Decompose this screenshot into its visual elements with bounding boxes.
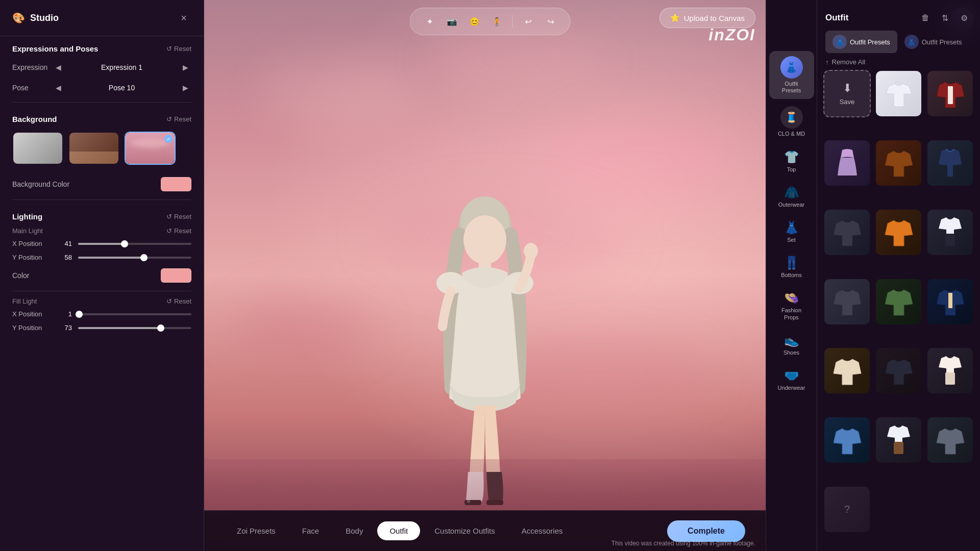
- background-color-row: Background Color: [0, 173, 204, 195]
- outfit-item-10-bg: [876, 279, 921, 324]
- svg-rect-13: [894, 442, 903, 454]
- svg-rect-11: [948, 293, 952, 308]
- camera-button[interactable]: 📷: [443, 12, 461, 31]
- outfit-item-18-bg: ?: [824, 487, 870, 532]
- tab-zoi-presets[interactable]: Zoi Presets: [225, 521, 288, 540]
- fill-x-slider[interactable]: [78, 313, 191, 315]
- transform-button[interactable]: ✦: [421, 12, 439, 31]
- outfit-item-3-bg: [824, 140, 870, 186]
- lighting-title: Lighting: [12, 212, 42, 221]
- category-shoes[interactable]: 👟 Shoes: [769, 328, 814, 361]
- outfit-item-1[interactable]: [875, 70, 922, 117]
- lighting-reset[interactable]: ↺ Reset: [166, 213, 191, 220]
- outfit-item-3[interactable]: [823, 139, 871, 187]
- pose-next[interactable]: ▶: [179, 82, 191, 94]
- outfit-item-15[interactable]: [823, 416, 871, 464]
- outfit-item-2[interactable]: [926, 70, 974, 117]
- fill-y-thumb[interactable]: [157, 324, 164, 332]
- undo-button[interactable]: ↩: [519, 12, 537, 31]
- expressions-poses-reset[interactable]: ↺ Reset: [166, 45, 191, 53]
- upload-to-canvas-button[interactable]: ⭐ Upload to Canvas: [659, 8, 755, 28]
- outfit-item-13[interactable]: [875, 347, 922, 394]
- outfit-item-6[interactable]: [823, 209, 871, 256]
- pose-label: Pose: [12, 84, 48, 92]
- category-clo-md[interactable]: 🧵 CLO & MD: [769, 101, 814, 142]
- category-fashion-props[interactable]: 👒 FashionProps: [769, 286, 814, 325]
- preset-tab-1[interactable]: 👗 Outfit Presets: [825, 31, 897, 53]
- category-set[interactable]: 👗 Set: [769, 215, 814, 248]
- outfit-item-7[interactable]: [875, 209, 922, 256]
- bg-thumb-grey[interactable]: [12, 132, 63, 165]
- outfit-item-16[interactable]: [875, 416, 922, 464]
- tab-customize-outfits[interactable]: Customize Outfits: [422, 521, 507, 540]
- fill-light-reset[interactable]: ↺ Reset: [166, 297, 191, 305]
- fashion-props-icon: 👒: [784, 291, 799, 305]
- background-thumbnails: ✓: [0, 128, 204, 173]
- underwear-icon: 🩲: [784, 368, 799, 383]
- reset-icon-light: ↺: [166, 213, 172, 220]
- y-position-thumb[interactable]: [140, 254, 148, 261]
- fill-x-thumb[interactable]: [76, 311, 83, 318]
- main-light-title: Main Light: [12, 227, 43, 235]
- category-top[interactable]: 👕 Top: [769, 145, 814, 178]
- outfit-save-button[interactable]: ⬇ Save: [823, 70, 871, 117]
- outfit-item-18[interactable]: ?: [823, 486, 871, 533]
- outfit-item-9[interactable]: [823, 278, 871, 325]
- clo-md-icon: 🧵: [780, 106, 803, 129]
- background-title: Background: [12, 115, 57, 123]
- fill-y-slider[interactable]: [78, 327, 191, 329]
- tab-outfit[interactable]: Outfit: [377, 521, 420, 540]
- y-position-slider[interactable]: [78, 257, 191, 259]
- category-bottoms[interactable]: 👖 Bottoms: [769, 251, 814, 284]
- tab-body[interactable]: Body: [333, 521, 375, 540]
- outfit-item-10[interactable]: [875, 278, 922, 325]
- x-position-thumb[interactable]: [121, 240, 128, 247]
- tab-accessories[interactable]: Accessories: [509, 521, 575, 540]
- outfit-item-16-bg: [876, 417, 921, 463]
- category-outerwear[interactable]: 🧥 Outerwear: [769, 180, 814, 213]
- outfit-item-12[interactable]: [823, 347, 871, 394]
- face-button[interactable]: 😊: [465, 12, 484, 31]
- preset-tab-2[interactable]: 👗 Outfit Presets: [897, 31, 969, 53]
- set-icon: 👗: [784, 220, 799, 235]
- remove-all-label: Remove All: [832, 58, 866, 66]
- bottoms-label: Bottoms: [781, 272, 801, 279]
- main-light-reset[interactable]: ↺ Reset: [166, 227, 191, 235]
- right-panel: 👗 OutfitPresets 🧵 CLO & MD 👕 Top 🧥 Outer…: [766, 0, 980, 551]
- divider: [512, 15, 513, 28]
- fill-x-value: 1: [59, 310, 72, 318]
- delete-button[interactable]: 🗑: [918, 10, 933, 26]
- sort-button[interactable]: ⇅: [937, 10, 952, 26]
- outfit-item-8[interactable]: [926, 209, 974, 256]
- filter-button[interactable]: ⚙: [957, 10, 972, 26]
- body-button[interactable]: 🧍: [488, 12, 506, 31]
- bg-thumb-room[interactable]: [68, 132, 119, 165]
- redo-button[interactable]: ↪: [542, 12, 560, 31]
- main-light-color-swatch[interactable]: [161, 268, 191, 283]
- category-outfit-presets[interactable]: 👗 OutfitPresets: [769, 51, 814, 99]
- background-color-swatch[interactable]: [161, 177, 191, 191]
- outfit-item-5[interactable]: [926, 139, 974, 187]
- outfit-item-17[interactable]: [926, 416, 974, 464]
- outerwear-label: Outerwear: [778, 202, 804, 208]
- expression-next[interactable]: ▶: [179, 61, 191, 73]
- category-sidebar: 👗 OutfitPresets 🧵 CLO & MD 👕 Top 🧥 Outer…: [766, 0, 817, 551]
- remove-all-button[interactable]: ↑ Remove All: [817, 58, 980, 70]
- x-position-slider[interactable]: [78, 243, 191, 245]
- outfit-item-4[interactable]: [875, 139, 922, 187]
- outfit-item-14[interactable]: [926, 347, 974, 394]
- expression-prev[interactable]: ◀: [52, 61, 64, 73]
- complete-button[interactable]: Complete: [667, 520, 745, 542]
- outfit-item-11[interactable]: [926, 278, 974, 325]
- outfit-item-9-bg: [824, 279, 870, 324]
- category-underwear[interactable]: 🩲 Underwear: [769, 363, 814, 396]
- reset-icon-bg: ↺: [166, 115, 172, 123]
- pose-prev[interactable]: ◀: [52, 82, 64, 94]
- background-reset[interactable]: ↺ Reset: [166, 115, 191, 123]
- bg-thumb-pink-sky[interactable]: ✓: [125, 132, 176, 165]
- close-button[interactable]: ×: [176, 10, 191, 26]
- tab-face[interactable]: Face: [290, 521, 331, 540]
- nav-tabs: Zoi Presets Face Body Outfit Customize O…: [225, 521, 575, 540]
- outfit-item-12-bg: [824, 348, 870, 393]
- set-label: Set: [787, 237, 796, 243]
